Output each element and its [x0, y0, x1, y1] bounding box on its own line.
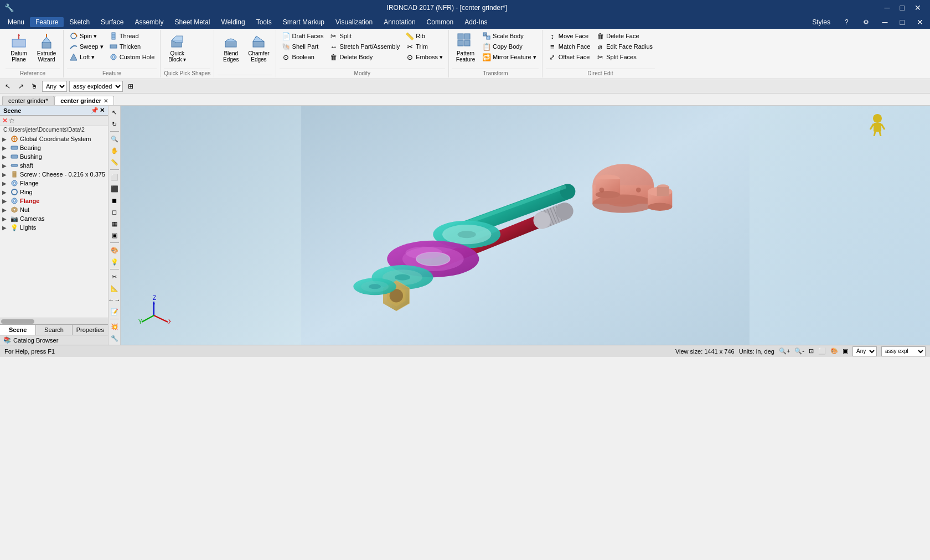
rotate-tool[interactable]: ↻ [109, 118, 120, 129]
move-face-button[interactable]: ↕ Move Face [546, 31, 592, 41]
scrollbar-thumb[interactable] [1, 319, 34, 324]
stretch-button[interactable]: ↔ Stretch Part/Assembly [327, 42, 402, 51]
custom-hole-button[interactable]: Custom Hole [107, 52, 157, 62]
menu-item-tools[interactable]: Tools [251, 17, 277, 27]
menu-item-assembly[interactable]: Assembly [129, 17, 169, 27]
view-tool-2[interactable]: ⬛ [109, 183, 120, 194]
select-tool[interactable]: ↖ [109, 107, 120, 118]
zoom-in-icon[interactable]: 🔍+ [779, 348, 790, 355]
filter-right-dropdown[interactable]: Any [852, 346, 877, 356]
restore-button[interactable]: □ [896, 2, 909, 13]
styles-menu[interactable]: Styles [807, 17, 836, 27]
scene-tab-search[interactable]: Search [36, 325, 72, 335]
viewport[interactable]: Z X Y [121, 106, 930, 345]
delete-face-button[interactable]: 🗑 Delete Face [593, 31, 655, 41]
menu-item-welding[interactable]: Welding [216, 17, 251, 27]
ribbon-close-button[interactable]: ✕ [912, 17, 928, 28]
display-mode-icon[interactable]: ▣ [843, 348, 848, 355]
tree-item-global-coord[interactable]: ▶ Global Coordinate System [0, 134, 108, 143]
tree-item-shaft[interactable]: ▶ shaft [0, 161, 108, 170]
delete-body-button[interactable]: 🗑 Delete Body [327, 52, 402, 62]
view-tool-5[interactable]: ▦ [109, 218, 120, 229]
loft-button[interactable]: Loft ▾ [67, 52, 106, 62]
offset-face-button[interactable]: ⤢ Offset Face [546, 52, 592, 62]
view-tool-3[interactable]: ◼ [109, 195, 120, 206]
tab2-close-icon[interactable]: ✕ [104, 98, 108, 104]
menu-item-menu[interactable]: Menu [2, 17, 30, 27]
view-tool-1[interactable]: ⬜ [109, 172, 120, 183]
tree-item-bearing[interactable]: ▶ Bearing [0, 143, 108, 152]
cursor-tool-button[interactable]: ↖ [2, 81, 13, 92]
menu-item-common[interactable]: Common [421, 17, 459, 27]
scale-body-button[interactable]: Scale Body [480, 31, 539, 41]
boolean-button[interactable]: ⊙ Boolean [280, 52, 326, 62]
scene-delete-icon[interactable]: ✕ [2, 117, 8, 125]
ribbon-restore-button[interactable]: □ [896, 17, 909, 28]
quick-block-button[interactable]: QuickBlock ▾ [164, 31, 190, 64]
scene-right-dropdown[interactable]: assy expl [881, 346, 926, 356]
select-filter-dropdown[interactable]: Any [42, 81, 67, 92]
blend-edges-button[interactable]: BlendEdges [218, 31, 244, 64]
pattern-feature-button[interactable]: PatternFeature [452, 31, 479, 64]
close-button[interactable]: ✕ [910, 2, 926, 13]
scene-close-button[interactable]: ✕ [100, 107, 105, 114]
settings-icon[interactable]: ⚙ [857, 17, 875, 27]
menu-item-smart-markup[interactable]: Smart Markup [277, 17, 330, 27]
edit-face-radius-button[interactable]: ⌀ Edit Face Radius [593, 42, 655, 51]
explode-tool[interactable]: 💥 [109, 321, 120, 332]
annotation-tool[interactable]: 📝 [109, 306, 120, 317]
scene-add-icon[interactable]: ☆ [9, 117, 15, 125]
scene-pin-button[interactable]: 📌 [91, 107, 99, 114]
tab-center-grinder-2[interactable]: center grinder ✕ [54, 96, 114, 105]
trim-button[interactable]: ✂ Trim [403, 42, 445, 51]
select-tool-button[interactable]: 🖱 [29, 81, 40, 92]
ribbon-minimize-button[interactable]: ─ [878, 17, 892, 28]
menu-item-annotation[interactable]: Annotation [378, 17, 421, 27]
arrow-tool-button[interactable]: ↗ [16, 81, 27, 92]
zoom-out-icon[interactable]: 🔍- [794, 348, 804, 355]
menu-item-sheet-metal[interactable]: Sheet Metal [169, 17, 215, 27]
menu-item-add-ins[interactable]: Add-Ins [459, 17, 493, 27]
pan-tool[interactable]: ✋ [109, 145, 120, 156]
view-cube-icon[interactable]: ⬜ [818, 348, 826, 355]
tree-item-screw[interactable]: ▶ Screw : Cheese - 0.216 x 0.375 [0, 170, 108, 179]
catalog-bar[interactable]: 📚 Catalog Browser [0, 335, 108, 345]
menu-item-sketch[interactable]: Sketch [64, 17, 95, 27]
clip-tool[interactable]: 📐 [109, 283, 120, 294]
tree-item-bushing[interactable]: ▶ Bushing [0, 152, 108, 161]
tree-item-nut[interactable]: ▶ Nut [0, 205, 108, 214]
minimize-button[interactable]: ─ [880, 2, 895, 13]
split-button[interactable]: ✂ Split [327, 31, 402, 41]
view-tool-6[interactable]: ▣ [109, 230, 120, 241]
match-face-button[interactable]: ≡ Match Face [546, 42, 592, 51]
tree-item-flange1[interactable]: ▶ Flange [0, 179, 108, 188]
tree-item-flange2[interactable]: ▶ Flange [0, 196, 108, 205]
rib-button[interactable]: 📏 Rib [403, 31, 445, 41]
view-tool-4[interactable]: ◻ [109, 206, 120, 217]
menu-item-feature[interactable]: Feature [30, 17, 64, 27]
extrude-wizard-button[interactable]: ExtrudeWizard [33, 31, 60, 64]
assembly-tool[interactable]: 🔧 [109, 333, 120, 344]
scene-config-icon[interactable]: ⊞ [125, 81, 136, 92]
emboss-button[interactable]: ⊙ Emboss ▾ [403, 52, 445, 62]
copy-body-button[interactable]: 📋 Copy Body [480, 42, 539, 51]
tab-center-grinder-1[interactable]: center grinder* [2, 96, 54, 105]
tree-item-ring[interactable]: ▶ Ring [0, 188, 108, 196]
scene-tab-scene[interactable]: Scene [0, 325, 36, 335]
section-tool[interactable]: ✂ [109, 271, 120, 282]
draft-faces-button[interactable]: 📄 Draft Faces [280, 31, 326, 41]
light-tool[interactable]: 💡 [109, 256, 120, 267]
mirror-feature-button[interactable]: 🔁 Mirror Feature ▾ [480, 52, 539, 62]
fit-view-icon[interactable]: ⊡ [809, 348, 814, 355]
zoom-tool[interactable]: 🔍 [109, 133, 120, 144]
scene-tab-properties[interactable]: Properties [73, 325, 108, 335]
render-mode-icon[interactable]: 🎨 [830, 348, 838, 355]
scene-config-dropdown[interactable]: assy exploded [69, 81, 123, 92]
help-icon[interactable]: ? [839, 17, 854, 27]
menu-item-visualization[interactable]: Visualization [330, 17, 378, 27]
chamfer-edges-button[interactable]: ChamferEdges [245, 31, 272, 64]
dim-tool[interactable]: ←→ [109, 294, 120, 305]
thicken-button[interactable]: Thicken [107, 42, 157, 51]
menu-item-surface[interactable]: Surface [95, 17, 129, 27]
shell-part-button[interactable]: 🐚 Shell Part [280, 42, 326, 51]
